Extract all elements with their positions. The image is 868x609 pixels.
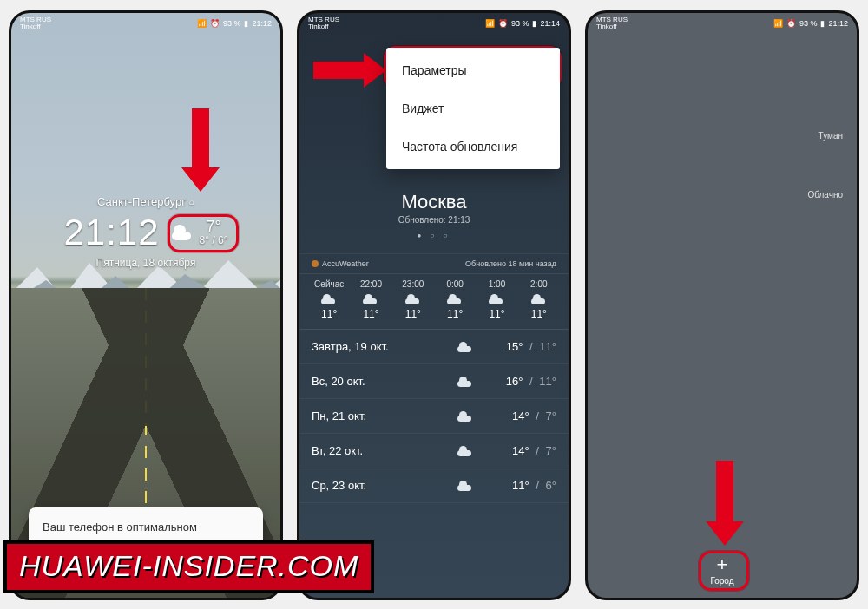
- battery-icon: ▮: [244, 19, 248, 28]
- accuweather-icon: [312, 260, 319, 267]
- cloud-icon: [447, 294, 463, 304]
- menu-item-params[interactable]: Параметры: [386, 51, 560, 89]
- carrier-2: Tinkoff: [20, 23, 51, 30]
- status-bar: MTS RUS Tinkoff 📶 ⏰ 93 % ▮ 21:14: [299, 13, 569, 34]
- city-name: Москва: [299, 191, 569, 213]
- annotation-highlight: [168, 214, 239, 252]
- hour-col: 23:0011°: [392, 279, 434, 320]
- cloud-icon: [457, 342, 478, 352]
- signal-icon: 📶: [197, 19, 207, 28]
- alarm-icon: ⏰: [786, 19, 796, 28]
- page-indicator: ● ○ ○: [299, 232, 569, 239]
- widget-city: Санкт-Петербург: [97, 195, 186, 208]
- battery-icon: ▮: [532, 19, 536, 28]
- menu-item-refresh[interactable]: Частота обновления: [386, 128, 560, 166]
- cloud-icon: [489, 294, 504, 304]
- cloud-icon: [405, 294, 421, 304]
- accuweather-label: AccuWeather: [322, 259, 369, 268]
- annotation-highlight: [699, 551, 749, 591]
- status-bar: MTS RUS Tinkoff 📶 ⏰ 93 % ▮ 21:12: [588, 13, 857, 34]
- cloud-icon: [457, 446, 478, 456]
- alarm-icon: ⏰: [498, 19, 508, 28]
- accuweather-updated: Обновлено 18 мин назад: [465, 259, 556, 268]
- alarm-icon: ⏰: [210, 19, 220, 28]
- day-row: Вт, 22 окт.14° / 7°: [299, 434, 569, 468]
- menu-item-widget[interactable]: Виджет: [386, 89, 560, 128]
- cloud-icon: [457, 377, 478, 387]
- home-icon: ⌂: [189, 197, 194, 206]
- cloud-icon: [363, 294, 378, 304]
- hour-col: 22:0011°: [350, 279, 391, 320]
- cloud-icon: [531, 294, 547, 304]
- phone-weather-app: MTS RUS Tinkoff 📶 ⏰ 93 % ▮ 21:14 ⋮ Облач…: [297, 10, 571, 600]
- phone-home-screen: MTS RUS Tinkoff 📶 ⏰ 93 % ▮ 21:12 Санкт-П…: [9, 10, 283, 600]
- day-row: Пн, 21 окт.14° / 7°: [299, 399, 569, 434]
- hour-col: Сейчас11°: [308, 279, 350, 320]
- cloud-icon: [457, 411, 478, 422]
- daily-forecast[interactable]: Завтра, 19 окт.15° / 11° Вс, 20 окт.16° …: [299, 329, 569, 503]
- day-row: Вс, 20 окт.16° / 11°: [299, 364, 569, 399]
- battery-pct: 93 %: [223, 19, 241, 28]
- status-bar: MTS RUS Tinkoff 📶 ⏰ 93 % ▮ 21:12: [11, 13, 280, 34]
- hour-col: 0:0011°: [434, 279, 476, 320]
- clock-weather-widget[interactable]: Санкт-Петербург ⌂ 21:12 7° 8° / 6° Пятни…: [11, 195, 280, 269]
- status-time: 21:12: [252, 19, 272, 28]
- signal-icon: 📶: [485, 19, 495, 28]
- widget-date: Пятница, 18 октября: [11, 257, 280, 269]
- overflow-menu: Параметры Виджет Частота обновления: [386, 48, 560, 169]
- widget-time: 21:12: [63, 212, 159, 253]
- day-row: Завтра, 19 окт.15° / 11°: [299, 330, 569, 364]
- day-row: Ср, 23 окт.11° / 6°: [299, 468, 569, 503]
- watermark-banner: HUAWEI-INSIDER.COM: [3, 540, 374, 593]
- hour-col: 1:0011°: [476, 279, 517, 320]
- signal-icon: 📶: [773, 19, 783, 28]
- battery-icon: ▮: [820, 19, 825, 28]
- cloud-icon: [321, 294, 337, 304]
- updated-time: Обновлено: 21:13: [299, 215, 569, 225]
- hourly-forecast[interactable]: Сейчас11° 22:0011° 23:0011° 0:0011° 1:00…: [299, 273, 569, 329]
- hour-col: 2:0011°: [518, 279, 560, 320]
- cloud-icon: [457, 481, 478, 491]
- phone-weather-settings: MTS RUS Tinkoff 📶 ⏰ 93 % ▮ 21:12 ← Парам…: [585, 10, 859, 600]
